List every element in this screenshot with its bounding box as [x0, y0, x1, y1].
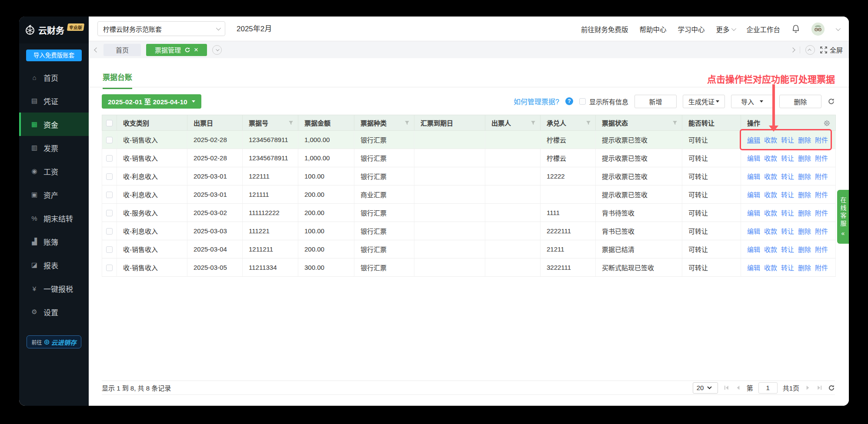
op-transfer-link[interactable]: 转让	[781, 246, 794, 253]
help-icon[interactable]: ?	[565, 97, 573, 105]
next-page-icon[interactable]	[805, 384, 811, 391]
tab-close-icon[interactable]: ×	[194, 46, 198, 53]
op-transfer-link[interactable]: 转让	[781, 209, 794, 217]
row-checkbox[interactable]	[106, 192, 113, 198]
row-checkbox[interactable]	[106, 246, 113, 253]
delete-button[interactable]: 删除	[779, 95, 821, 108]
op-receive-link[interactable]: 收款	[764, 246, 777, 253]
op-edit-link[interactable]: 编辑	[747, 136, 760, 144]
op-edit-link[interactable]: 编辑	[747, 191, 760, 199]
op-delete-link[interactable]: 删除	[798, 246, 811, 253]
op-transfer-link[interactable]: 转让	[781, 155, 794, 162]
sidebar-item-settings[interactable]: ⚙设置	[19, 300, 89, 324]
op-attachment-link[interactable]: 附件	[815, 228, 828, 235]
first-page-icon[interactable]	[723, 384, 730, 391]
op-transfer-link[interactable]: 转让	[781, 173, 794, 180]
op-attachment-link[interactable]: 附件	[815, 264, 828, 272]
add-button[interactable]: 新增	[634, 95, 677, 108]
select-all-checkbox[interactable]	[106, 120, 113, 126]
gear-icon[interactable]	[824, 120, 830, 126]
sidebar-item-asset[interactable]: ▣资产	[19, 183, 89, 206]
op-transfer-link[interactable]: 转让	[781, 228, 794, 235]
op-edit-link[interactable]: 编辑	[747, 155, 760, 162]
op-attachment-link[interactable]: 附件	[815, 209, 828, 217]
refresh-icon[interactable]	[828, 384, 835, 391]
tab-refresh-icon[interactable]	[184, 47, 190, 53]
op-receive-link[interactable]: 收款	[764, 191, 777, 199]
tab-bill-management[interactable]: 票据管理 ×	[146, 44, 207, 56]
op-edit-link[interactable]: 编辑	[747, 246, 760, 253]
op-edit-link[interactable]: 编辑	[747, 173, 760, 180]
account-select[interactable]: 柠檬云财务示范账套	[97, 21, 225, 36]
prev-page-icon[interactable]	[735, 384, 741, 391]
show-all-info-label[interactable]: 显示所有信息	[589, 97, 628, 106]
op-delete-link[interactable]: 删除	[798, 209, 811, 217]
op-edit-link[interactable]: 编辑	[747, 209, 760, 217]
filter-icon[interactable]	[672, 120, 678, 126]
filter-icon[interactable]	[404, 120, 410, 126]
import-button[interactable]: 导入	[731, 95, 773, 108]
bell-icon[interactable]	[791, 24, 800, 34]
op-attachment-link[interactable]: 附件	[815, 173, 828, 180]
op-transfer-link[interactable]: 转让	[781, 136, 794, 144]
row-checkbox[interactable]	[106, 137, 113, 143]
op-delete-link[interactable]: 删除	[798, 155, 811, 162]
sidebar-item-report[interactable]: ◪报表	[19, 253, 89, 277]
refresh-icon[interactable]	[828, 98, 835, 105]
user-avatar[interactable]	[811, 23, 825, 36]
op-edit-link[interactable]: 编辑	[747, 264, 760, 272]
op-attachment-link[interactable]: 附件	[815, 155, 828, 162]
fullscreen-button[interactable]: 全屏	[820, 45, 843, 54]
page-number-input[interactable]	[758, 382, 778, 394]
page-size-select[interactable]: 20	[693, 382, 718, 394]
sidebar-item-salary[interactable]: ◉工资	[19, 159, 89, 183]
row-checkbox[interactable]	[106, 173, 113, 180]
sidebar-item-carryover[interactable]: %期末结转	[19, 206, 89, 230]
op-receive-link[interactable]: 收款	[764, 228, 777, 235]
op-transfer-link[interactable]: 转让	[781, 264, 794, 272]
tab-home[interactable]: 首页	[103, 44, 141, 56]
enterprise-workspace-link[interactable]: 企业工作台	[746, 24, 780, 34]
op-receive-link[interactable]: 收款	[764, 264, 777, 272]
op-delete-link[interactable]: 删除	[798, 228, 811, 235]
sidebar-item-home[interactable]: ⌂首页	[19, 66, 89, 89]
sidebar-item-funds[interactable]: ▦资金	[19, 113, 89, 136]
op-transfer-link[interactable]: 转让	[781, 191, 794, 199]
date-range-button[interactable]: 2025-02-01 至 2025-04-10	[102, 94, 201, 109]
op-attachment-link[interactable]: 附件	[815, 191, 828, 199]
user-menu-chevron-icon[interactable]	[836, 26, 841, 30]
op-delete-link[interactable]: 删除	[798, 264, 811, 272]
sidebar-item-voucher[interactable]: ▤凭证	[19, 89, 89, 113]
op-attachment-link[interactable]: 附件	[815, 136, 828, 144]
sidebar-item-invoice[interactable]: ▥发票	[19, 136, 89, 159]
row-checkbox[interactable]	[106, 155, 113, 162]
tab-list-icon[interactable]	[212, 45, 222, 55]
sidebar-item-ledger[interactable]: ▟账簿	[19, 230, 89, 253]
op-receive-link[interactable]: 收款	[764, 209, 777, 217]
goto-inventory-button[interactable]: 前往 云进销存	[27, 335, 81, 348]
op-delete-link[interactable]: 删除	[798, 191, 811, 199]
tabs-scroll-left-icon[interactable]	[94, 47, 99, 52]
row-checkbox[interactable]	[106, 210, 113, 216]
op-attachment-link[interactable]: 附件	[815, 246, 828, 253]
goto-free-version-link[interactable]: 前往财务免费版	[581, 24, 628, 34]
generate-voucher-button[interactable]: 生成凭证	[683, 95, 725, 108]
op-delete-link[interactable]: 删除	[798, 136, 811, 144]
filter-icon[interactable]	[288, 120, 294, 126]
tabs-scroll-right-icon[interactable]	[790, 47, 795, 52]
more-menu[interactable]: 更多	[716, 24, 735, 34]
row-checkbox[interactable]	[106, 265, 113, 271]
collapse-tabs-icon[interactable]	[805, 45, 815, 55]
op-receive-link[interactable]: 收款	[764, 136, 777, 144]
row-checkbox[interactable]	[106, 228, 113, 235]
show-all-info-checkbox[interactable]	[579, 98, 586, 105]
filter-icon[interactable]	[586, 120, 591, 126]
import-free-version-button[interactable]: 导入免费版账套	[26, 50, 82, 61]
op-delete-link[interactable]: 删除	[798, 173, 811, 180]
last-page-icon[interactable]	[816, 384, 823, 391]
op-edit-link[interactable]: 编辑	[747, 228, 760, 235]
help-center-link[interactable]: 帮助中心	[639, 24, 666, 34]
sidebar-item-tax[interactable]: ¥一键报税	[19, 277, 89, 300]
op-receive-link[interactable]: 收款	[764, 173, 777, 180]
op-receive-link[interactable]: 收款	[764, 155, 777, 162]
